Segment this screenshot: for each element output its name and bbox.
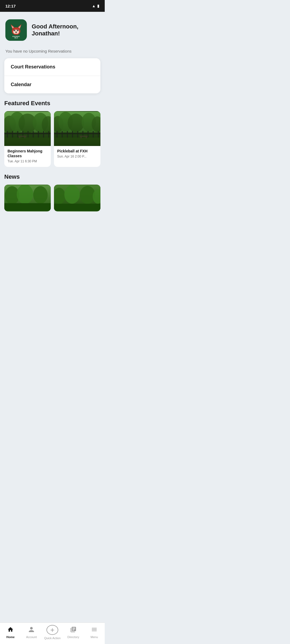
svg-rect-41: [54, 132, 100, 145]
events-row: Beginners Mahjong Classes Tue. Apr 11 6:…: [4, 111, 100, 167]
svg-text:HILLS: HILLS: [15, 37, 18, 39]
event-info-2: Pickleball at FXH Sun. Apr 16 2:00 P...: [54, 146, 100, 162]
svg-rect-22: [12, 131, 13, 139]
svg-rect-27: [38, 131, 39, 139]
news-card-1[interactable]: [4, 185, 51, 211]
event-date-1: Tue. Apr 11 6:30 PM: [8, 159, 48, 163]
svg-point-38: [68, 114, 84, 132]
event-card-1[interactable]: Beginners Mahjong Classes Tue. Apr 11 6:…: [4, 111, 51, 167]
svg-rect-53: [80, 136, 88, 137]
svg-rect-28: [43, 131, 44, 139]
svg-rect-23: [17, 131, 18, 139]
svg-rect-31: [4, 138, 51, 145]
status-icons: ▲ ▮: [92, 4, 99, 8]
svg-rect-26: [33, 131, 34, 139]
svg-point-10: [15, 30, 15, 30]
svg-point-9: [17, 30, 19, 31]
svg-point-17: [19, 114, 37, 133]
svg-point-37: [58, 112, 73, 131]
news-title: News: [4, 173, 100, 180]
svg-point-40: [92, 116, 100, 132]
featured-events-title: Featured Events: [4, 100, 100, 107]
svg-point-39: [82, 113, 96, 131]
svg-rect-54: [81, 137, 82, 138]
svg-rect-34: [24, 137, 26, 138]
reservations-notice: You have no Upcoming Reservations: [0, 46, 105, 58]
svg-point-18: [33, 113, 48, 132]
svg-rect-52: [54, 138, 100, 145]
svg-point-15: [4, 116, 16, 134]
svg-rect-66: [54, 204, 100, 211]
logo-svg: FOXCROFT HILLS: [8, 21, 25, 39]
svg-point-8: [14, 30, 15, 31]
svg-rect-43: [62, 131, 63, 139]
time: 12:17: [5, 4, 16, 8]
greeting-text: Good Afternoon, Jonathan!: [32, 23, 99, 37]
svg-rect-42: [57, 131, 58, 139]
news-row: [4, 185, 100, 211]
svg-rect-29: [48, 131, 49, 139]
svg-point-16: [9, 112, 25, 133]
court-reservations-button[interactable]: Court Reservations: [4, 58, 100, 76]
svg-rect-35: [54, 112, 100, 145]
svg-rect-20: [4, 132, 51, 145]
svg-point-7: [15, 32, 17, 33]
news-image-2: [54, 185, 100, 211]
event-card-2[interactable]: Pickleball at FXH Sun. Apr 16 2:00 P...: [54, 111, 100, 167]
svg-point-58: [17, 185, 33, 204]
event-image-2: [54, 111, 100, 146]
featured-events-section: Featured Events: [0, 100, 105, 173]
svg-rect-21: [7, 131, 8, 139]
svg-rect-30: [4, 133, 51, 134]
event-date-2: Sun. Apr 16 2:00 P...: [57, 155, 97, 158]
svg-point-36: [54, 116, 64, 133]
app-logo: FOXCROFT HILLS: [5, 19, 27, 41]
news-card-2[interactable]: [54, 185, 100, 211]
svg-rect-24: [22, 131, 23, 139]
news-section: News: [0, 173, 105, 238]
svg-rect-55: [86, 137, 87, 138]
svg-rect-60: [4, 203, 51, 211]
event-image-1: [4, 111, 51, 146]
event-title-1: Beginners Mahjong Classes: [8, 149, 48, 158]
battery-icon: ▮: [97, 4, 99, 8]
svg-rect-48: [88, 131, 89, 139]
svg-rect-51: [54, 133, 100, 134]
svg-rect-50: [98, 131, 99, 139]
header: FOXCROFT HILLS Good Afternoon, Jonathan!: [0, 12, 105, 46]
status-bar: 12:17 ▲ ▮: [0, 0, 105, 12]
svg-rect-44: [67, 131, 68, 139]
svg-point-63: [64, 185, 80, 204]
svg-rect-46: [77, 131, 78, 139]
svg-point-19: [42, 116, 51, 133]
svg-rect-33: [19, 137, 20, 138]
action-card: Court Reservations Calendar: [4, 58, 100, 93]
svg-rect-45: [72, 131, 73, 139]
wifi-icon: ▲: [92, 4, 96, 8]
svg-rect-25: [28, 131, 29, 139]
event-info-1: Beginners Mahjong Classes Tue. Apr 11 6:…: [4, 146, 51, 167]
svg-rect-49: [93, 131, 94, 139]
svg-rect-47: [82, 131, 84, 139]
svg-rect-14: [4, 112, 51, 145]
event-title-2: Pickleball at FXH: [57, 149, 97, 153]
svg-rect-32: [19, 136, 26, 137]
svg-point-11: [18, 30, 18, 30]
calendar-button[interactable]: Calendar: [4, 76, 100, 93]
svg-point-59: [33, 186, 48, 204]
news-image-1: [4, 185, 51, 211]
